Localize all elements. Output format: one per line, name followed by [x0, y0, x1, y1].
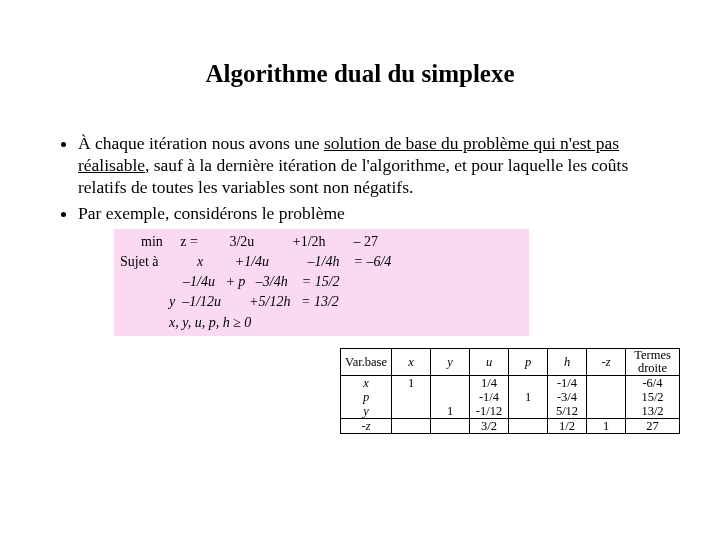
- cell: [392, 404, 431, 419]
- math-row-1-text: min z = 3/2u +1/2h – 27: [120, 232, 378, 252]
- table-row: p -1/4 1 -3/4 15/2: [341, 390, 680, 404]
- cell: -1/12: [470, 404, 509, 419]
- math-row-5: x, y, u, p, h ≥ 0: [120, 313, 525, 333]
- col-rhs: Termes droite: [626, 348, 680, 375]
- cell: -1/4: [548, 376, 587, 391]
- table-row: -z 3/2 1/2 1 27: [341, 419, 680, 434]
- cell: -3/4: [548, 390, 587, 404]
- cell: 1: [392, 376, 431, 391]
- row-label: x: [341, 376, 392, 391]
- cell: [587, 376, 626, 391]
- col-x: x: [392, 348, 431, 375]
- col-u: u: [470, 348, 509, 375]
- cell: 1/4: [470, 376, 509, 391]
- row-label: p: [341, 390, 392, 404]
- cell: [431, 376, 470, 391]
- cell: [509, 376, 548, 391]
- math-row-1: min z = 3/2u +1/2h – 27: [120, 232, 525, 252]
- cell: [392, 390, 431, 404]
- table-head: Var.base x y u p h -z Termes droite: [341, 348, 680, 375]
- bullet-2: Par exemple, considérons le problème: [78, 203, 662, 225]
- math-row-5-text: x, y, u, p, h ≥ 0: [120, 313, 251, 333]
- col-h: h: [548, 348, 587, 375]
- row-label: -z: [341, 419, 392, 434]
- cell: 1: [509, 390, 548, 404]
- cell: [509, 419, 548, 434]
- col-y: y: [431, 348, 470, 375]
- bullet-1: À chaque itération nous avons une soluti…: [78, 133, 662, 199]
- cell: [587, 390, 626, 404]
- col-minus-z: -z: [587, 348, 626, 375]
- math-row-2-text: x +1/4u –1/4h = –6/4: [159, 252, 392, 272]
- simplex-tableau: Var.base x y u p h -z Termes droite x 1 …: [340, 348, 680, 434]
- bullet-1-pre: À chaque itération nous avons une: [78, 133, 324, 153]
- math-row-4-text: y –1/12u +5/12h = 13/2: [120, 292, 339, 312]
- cell: -6/4: [626, 376, 680, 391]
- cell: [431, 390, 470, 404]
- cell: [431, 419, 470, 434]
- slide-title: Algorithme dual du simplexe: [40, 60, 680, 88]
- cell: 1: [431, 404, 470, 419]
- cell: 1/2: [548, 419, 587, 434]
- math-row-4: y –1/12u +5/12h = 13/2: [120, 292, 525, 312]
- math-row-2-label: Sujet à: [120, 252, 159, 272]
- bullet-list: À chaque itération nous avons une soluti…: [54, 133, 662, 225]
- math-row-2: Sujet à x +1/4u –1/4h = –6/4: [120, 252, 525, 272]
- col-varbase: Var.base: [341, 348, 392, 375]
- cell: 5/12: [548, 404, 587, 419]
- math-row-3-text: –1/4u + p –3/4h = 15/2: [120, 272, 340, 292]
- col-p: p: [509, 348, 548, 375]
- cell: [509, 404, 548, 419]
- cell: 3/2: [470, 419, 509, 434]
- bullet-1-post: , sauf à la dernière itération de l'algo…: [78, 155, 628, 197]
- math-row-3: –1/4u + p –3/4h = 15/2: [120, 272, 525, 292]
- cell: [392, 419, 431, 434]
- problem-math: min z = 3/2u +1/2h – 27 Sujet à x +1/4u …: [114, 229, 529, 336]
- cell: -1/4: [470, 390, 509, 404]
- cell: 13/2: [626, 404, 680, 419]
- cell: 27: [626, 419, 680, 434]
- cell: [587, 404, 626, 419]
- cell: 15/2: [626, 390, 680, 404]
- cell: 1: [587, 419, 626, 434]
- table-row: y 1 -1/12 5/12 13/2: [341, 404, 680, 419]
- row-label: y: [341, 404, 392, 419]
- table-row: x 1 1/4 -1/4 -6/4: [341, 376, 680, 391]
